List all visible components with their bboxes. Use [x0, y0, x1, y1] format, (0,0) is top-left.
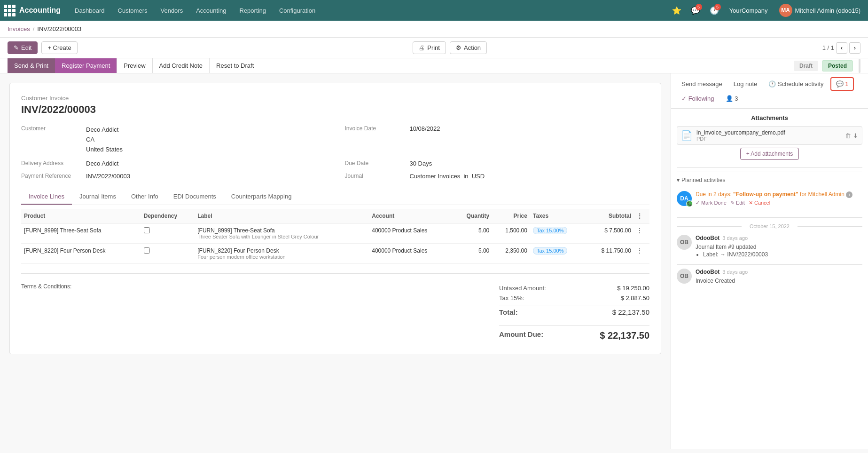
status-area: Draft Posted [794, 59, 860, 73]
download-attachment-icon[interactable]: ⬇ [853, 132, 858, 139]
messages-divider [677, 217, 862, 218]
user-label: Mitchell Admin (odoo15) [795, 7, 860, 14]
col-subtotal: Subtotal [585, 209, 634, 223]
prev-record-button[interactable]: ‹ [836, 42, 847, 54]
thread-icon: 💬 [836, 80, 844, 87]
gear-icon: ⚙ [456, 44, 461, 51]
reset-to-draft-button[interactable]: Reset to Draft [209, 58, 260, 73]
nav-customers[interactable]: Customers [111, 0, 154, 21]
preview-button[interactable]: Preview [117, 58, 152, 73]
tab-other-info[interactable]: Other Info [124, 189, 166, 205]
log-note-button[interactable]: Log note [729, 78, 762, 90]
activity-avatar: DA 📞 [677, 191, 692, 206]
activity-icon-btn[interactable]: 🕐 5 [707, 3, 722, 18]
next-record-button[interactable]: › [849, 42, 860, 54]
journal-value: Customer Invoices in USD [410, 173, 485, 180]
invoice-panel: Customer Invoice INV/2022/00003 Customer… [0, 73, 671, 449]
payment-ref-label: Payment Reference [21, 173, 82, 180]
tab-invoice-lines[interactable]: Invoice Lines [21, 189, 72, 205]
tab-edi-documents[interactable]: EDI Documents [166, 189, 224, 205]
cell-more[interactable]: ⋮ [634, 244, 649, 264]
add-attachments-button[interactable]: + Add attachments [740, 148, 799, 160]
cell-product: [FURN_8220] Four Person Desk [21, 244, 141, 264]
activity-due: Due in 2 days: "Follow-up on payment" fo… [696, 191, 862, 198]
cell-account: 400000 Product Sales [369, 244, 453, 264]
schedule-activity-button[interactable]: 🕐 Schedule activity [764, 78, 828, 90]
tab-counterparts-mapping[interactable]: Counterparts Mapping [224, 189, 299, 205]
totals-table: Untaxed Amount: $ 19,250.00 Tax 15%: $ 2… [499, 283, 649, 342]
activity-action-buttons: ✓ Mark Done ✎ Edit ✕ Cancel [696, 200, 862, 206]
top-navbar: Accounting Dashboard Customers Vendors A… [0, 0, 868, 21]
send-message-button[interactable]: Send message [677, 78, 727, 90]
message-body: Journal Item #9 updated [696, 243, 862, 251]
pdf-icon: 📄 [681, 130, 693, 141]
tax-row: Tax 15%: $ 2,887.50 [499, 293, 649, 303]
draft-status: Draft [794, 61, 818, 71]
breadcrumb-parent[interactable]: Invoices [8, 25, 30, 32]
company-selector[interactable]: YourCompany [726, 7, 772, 14]
delivery-address-field: Delivery Address Deco Addict [21, 160, 326, 167]
dependency-checkbox[interactable] [144, 227, 150, 233]
mark-done-button[interactable]: ✓ Mark Done [696, 200, 727, 206]
thread-count-button[interactable]: 💬 1 [830, 77, 854, 91]
delivery-address-label: Delivery Address [21, 160, 82, 167]
nav-dashboard[interactable]: Dashboard [68, 0, 111, 21]
edit-activity-button[interactable]: ✎ Edit [730, 200, 745, 206]
activity-info-icon[interactable]: i [846, 191, 852, 198]
nav-vendors[interactable]: Vendors [154, 0, 189, 21]
col-dependency: Dependency [141, 209, 195, 223]
untaxed-value: $ 19,250.00 [617, 285, 649, 292]
attachment-actions: 🗑 ⬇ [845, 132, 858, 139]
record-navigation: 1 / 1 ‹ › [822, 42, 860, 54]
activity-type-icon: 📞 [686, 200, 693, 207]
chat-icon-btn[interactable]: 💬 5 [688, 3, 703, 18]
planned-activities-label: Planned activities [681, 177, 725, 183]
attachment-name: in_invoice_yourcompany_demo.pdf [696, 129, 785, 136]
following-button[interactable]: ✓ Following [677, 93, 719, 104]
edit-button[interactable]: ✎ Edit [8, 41, 38, 54]
cell-quantity: 5.00 [453, 223, 492, 244]
customer-label: Customer [21, 125, 82, 154]
untaxed-row: Untaxed Amount: $ 19,250.00 [499, 283, 649, 293]
nav-reporting[interactable]: Reporting [233, 0, 273, 21]
breadcrumb: Invoices / INV/2022/00003 [0, 21, 868, 38]
total-row: Total: $ 22,137.50 [499, 305, 649, 318]
dependency-checkbox[interactable] [144, 247, 150, 254]
invoice-type: Customer Invoice [21, 95, 649, 102]
nav-configuration[interactable]: Configuration [273, 0, 322, 21]
action-button[interactable]: ⚙ Action [450, 41, 487, 54]
add-credit-note-button[interactable]: Add Credit Note [152, 58, 210, 73]
message-content: OdooBot 3 days ago Journal Item #9 updat… [696, 235, 862, 258]
tab-journal-items[interactable]: Journal Items [72, 189, 124, 205]
delete-attachment-icon[interactable]: 🗑 [845, 132, 851, 139]
send-print-button[interactable]: Send & Print [8, 58, 55, 73]
due-date-value: 30 Days [410, 160, 432, 167]
table-row: [FURN_8999] Three-Seat Sofa [FURN_8999] … [21, 223, 649, 244]
register-payment-button[interactable]: Register Payment [55, 58, 117, 73]
cell-label: [FURN_8220] Four Person Desk Four person… [195, 244, 369, 264]
app-brand[interactable]: Accounting [4, 5, 61, 16]
print-button[interactable]: 🖨 Print [413, 41, 446, 54]
nav-accounting[interactable]: Accounting [189, 0, 233, 21]
user-menu[interactable]: MA Mitchell Admin (odoo15) [775, 4, 864, 17]
main-layout: Customer Invoice INV/2022/00003 Customer… [0, 73, 868, 449]
total-label: Total: [499, 308, 518, 316]
cancel-activity-button[interactable]: ✕ Cancel [749, 200, 770, 206]
cell-product: [FURN_8999] Three-Seat Sofa [21, 223, 141, 244]
customer-value: Deco Addict CA United States [86, 125, 123, 154]
brand-label: Accounting [19, 6, 61, 15]
cell-price: 1,500.00 [492, 223, 530, 244]
edit-icon: ✎ [14, 44, 19, 51]
clock-icon: 🕐 [768, 80, 776, 87]
cell-more[interactable]: ⋮ [634, 223, 649, 244]
create-button[interactable]: + Create [41, 41, 77, 54]
tax-label: Tax 15%: [499, 294, 524, 302]
chatter-actions: Send message Log note 🕐 Schedule activit… [671, 73, 868, 109]
section-divider [677, 167, 862, 168]
cell-taxes: Tax 15.00% [530, 244, 585, 264]
grid-icon [4, 5, 16, 16]
invoice-number: INV/2022/00003 [21, 103, 649, 116]
journal-field: Journal Customer Invoices in USD [345, 173, 650, 180]
followers-button[interactable]: 👤 3 [721, 93, 743, 104]
search-icon-btn[interactable]: ⭐ [669, 3, 684, 18]
